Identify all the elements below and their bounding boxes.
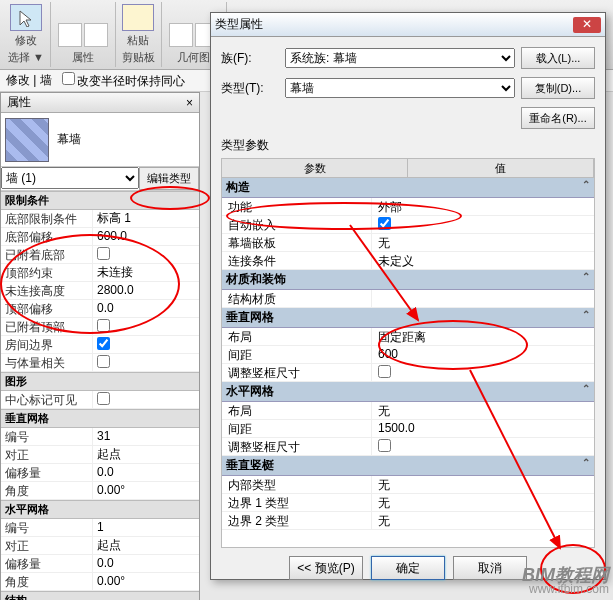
rename-button[interactable]: 重命名(R)... — [521, 107, 595, 129]
duplicate-button[interactable]: 复制(D)... — [521, 77, 595, 99]
cat-vmullion[interactable]: 垂直竖梃⌃ — [222, 456, 594, 476]
room-bound-checkbox[interactable] — [97, 337, 110, 350]
row-base-offset[interactable]: 底部偏移 — [1, 228, 199, 246]
cat-hgrid[interactable]: 水平网格⌃ — [222, 382, 594, 402]
row-m-b2[interactable]: 边界 2 类型无 — [222, 512, 594, 530]
type-params-body[interactable]: 构造⌃ 功能外部 自动嵌入 幕墙嵌板无 连接条件未定义 材质和装饰⌃ 结构材质 … — [221, 178, 595, 548]
row-base-constraint[interactable]: 底部限制条件 — [1, 210, 199, 228]
top-offset-input[interactable] — [97, 301, 195, 315]
properties-button[interactable] — [58, 23, 82, 47]
props-button-2[interactable] — [84, 23, 108, 47]
unconn-height-input[interactable] — [97, 283, 195, 297]
type-properties-dialog: 类型属性 ✕ 族(F): 系统族: 幕墙 载入(L)... 类型(T): 幕墙 … — [210, 12, 606, 580]
family-thumbnail — [5, 118, 49, 162]
base-constraint-input[interactable] — [97, 212, 195, 226]
row-mass-rel[interactable]: 与体量相关 — [1, 354, 199, 372]
top-attached-checkbox[interactable] — [97, 319, 110, 332]
geom-button-1[interactable] — [169, 23, 193, 47]
select-group-label: 选择 ▼ — [8, 50, 44, 65]
base-attached-checkbox[interactable] — [97, 247, 110, 260]
row-hangle[interactable]: 角度 — [1, 573, 199, 591]
preview-button[interactable]: << 预览(P) — [289, 556, 363, 580]
keep-concentric-option[interactable]: 改变半径时保持同心 — [62, 72, 185, 90]
dialog-close-button[interactable]: ✕ — [573, 17, 601, 33]
cat-vgrid[interactable]: 垂直网格⌃ — [222, 308, 594, 328]
row-m-interior[interactable]: 内部类型无 — [222, 476, 594, 494]
row-panel[interactable]: 幕墙嵌板无 — [222, 234, 594, 252]
properties-titlebar: 属性 × — [1, 93, 199, 113]
properties-panel: 属性 × 幕墙 墙 (1) 编辑类型 限制条件 底部限制条件 底部偏移 已附着底… — [0, 92, 200, 600]
center-vis-checkbox[interactable] — [97, 392, 110, 405]
geom-group-label: 几何图 — [177, 50, 210, 65]
dialog-body: 族(F): 系统族: 幕墙 载入(L)... 类型(T): 幕墙 复制(D)..… — [211, 37, 605, 590]
row-h-adjust[interactable]: 调整竖框尺寸 — [222, 438, 594, 456]
row-h-spacing[interactable]: 间距1500.0 — [222, 420, 594, 438]
row-valign[interactable]: 对正 — [1, 446, 199, 464]
type-params-header: 参数 值 — [221, 158, 595, 178]
row-v-adjust[interactable]: 调整竖框尺寸 — [222, 364, 594, 382]
row-hnum[interactable]: 编号 — [1, 519, 199, 537]
ribbon-group-select: 修改 选择 ▼ — [2, 2, 51, 67]
keep-concentric-checkbox[interactable] — [62, 72, 75, 85]
row-halign[interactable]: 对正 — [1, 537, 199, 555]
modify-label: 修改 — [15, 33, 37, 48]
type-row: 类型(T): 幕墙 复制(D)... — [221, 77, 595, 99]
collapse-icon[interactable]: ⌃ — [582, 383, 590, 400]
cat-vgrid: 垂直网格 — [1, 409, 199, 428]
type-selector-row: 墙 (1) 编辑类型 — [1, 167, 199, 191]
row-vnum[interactable]: 编号 — [1, 428, 199, 446]
row-top-attached[interactable]: 已附着顶部 — [1, 318, 199, 336]
row-voffset[interactable]: 偏移量 — [1, 464, 199, 482]
base-offset-input[interactable] — [97, 229, 195, 243]
row-top-offset[interactable]: 顶部偏移 — [1, 300, 199, 318]
auto-embed-checkbox[interactable] — [378, 217, 391, 230]
row-hoffset[interactable]: 偏移量 — [1, 555, 199, 573]
properties-grid: 限制条件 底部限制条件 底部偏移 已附着底部 顶部约束 未连接高度 顶部偏移 已… — [1, 191, 199, 600]
type-params-label: 类型参数 — [221, 137, 595, 154]
collapse-icon[interactable]: ⌃ — [582, 457, 590, 474]
row-auto-embed[interactable]: 自动嵌入 — [222, 216, 594, 234]
cat-struct: 结构 — [1, 591, 199, 600]
type-selector[interactable]: 墙 (1) — [1, 167, 139, 189]
row-room-bound[interactable]: 房间边界 — [1, 336, 199, 354]
row-v-spacing[interactable]: 间距600 — [222, 346, 594, 364]
ok-button[interactable]: 确定 — [371, 556, 445, 580]
row-center-vis[interactable]: 中心标记可见 — [1, 391, 199, 409]
collapse-icon[interactable]: ⌃ — [582, 271, 590, 288]
row-base-attached[interactable]: 已附着底部 — [1, 246, 199, 264]
row-m-b1[interactable]: 边界 1 类型无 — [222, 494, 594, 512]
collapse-icon[interactable]: ⌃ — [582, 309, 590, 326]
dialog-titlebar: 类型属性 ✕ — [211, 13, 605, 37]
row-join[interactable]: 连接条件未定义 — [222, 252, 594, 270]
cancel-button[interactable]: 取消 — [453, 556, 527, 580]
paste-label: 粘贴 — [127, 33, 149, 48]
row-top-constraint[interactable]: 顶部约束 — [1, 264, 199, 282]
type-label: 类型(T): — [221, 80, 279, 97]
type-select[interactable]: 幕墙 — [285, 78, 515, 98]
properties-header: 幕墙 — [1, 113, 199, 167]
col-param: 参数 — [222, 159, 408, 177]
row-h-layout[interactable]: 布局无 — [222, 402, 594, 420]
mass-rel-checkbox[interactable] — [97, 355, 110, 368]
close-icon[interactable]: × — [186, 96, 193, 110]
cat-material[interactable]: 材质和装饰⌃ — [222, 270, 594, 290]
row-v-layout[interactable]: 布局固定距离 — [222, 328, 594, 346]
rename-row: 重命名(R)... — [221, 107, 595, 129]
top-constraint-input[interactable] — [97, 266, 195, 280]
cat-graphics: 图形 — [1, 372, 199, 391]
family-select[interactable]: 系统族: 幕墙 — [285, 48, 515, 68]
cat-construct[interactable]: 构造⌃ — [222, 178, 594, 198]
family-label: 族(F): — [221, 50, 279, 67]
ribbon-group-clipboard: 粘贴 剪贴板 — [116, 2, 162, 67]
modify-tool-button[interactable] — [10, 4, 42, 31]
load-button[interactable]: 载入(L)... — [521, 47, 595, 69]
row-vangle[interactable]: 角度 — [1, 482, 199, 500]
family-row: 族(F): 系统族: 幕墙 载入(L)... — [221, 47, 595, 69]
row-function[interactable]: 功能外部 — [222, 198, 594, 216]
row-struct-mat[interactable]: 结构材质 — [222, 290, 594, 308]
edit-type-button[interactable]: 编辑类型 — [139, 167, 199, 190]
collapse-icon[interactable]: ⌃ — [582, 179, 590, 196]
paste-button[interactable] — [122, 4, 154, 31]
row-unconn-height[interactable]: 未连接高度 — [1, 282, 199, 300]
col-value: 值 — [408, 159, 594, 177]
